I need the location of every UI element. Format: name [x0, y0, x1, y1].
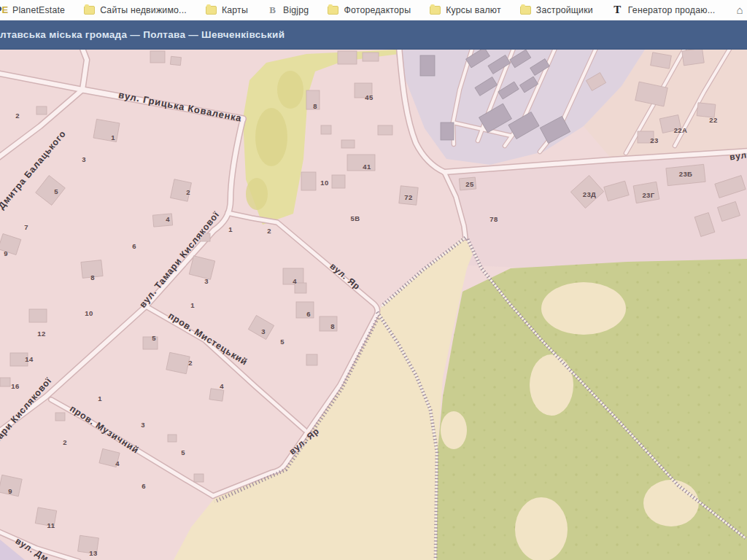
folder-icon [206, 6, 217, 15]
bookmark-item[interactable]: BBigjpg [267, 4, 309, 15]
map-canvas[interactable]: вул. Грицька КоваленкаДмитра Балацькогов… [0, 50, 747, 560]
bookmark-item[interactable]: Карты [206, 5, 248, 15]
clearing-patch [541, 282, 626, 335]
bookmark-label: Застройщики [536, 5, 593, 15]
folder-icon [520, 6, 531, 15]
home-icon: ⌂ [734, 4, 745, 15]
bookmark-label: Bigjpg [283, 5, 309, 15]
bookmark-label: Фоторедакторы [344, 5, 411, 15]
bookmark-label: Курсы валют [446, 5, 501, 15]
bookmark-item[interactable]: TГенератор продаю... [612, 4, 716, 15]
clearing-patch [441, 411, 467, 449]
bookmark-item[interactable]: Сайты недвижимо... [84, 5, 187, 15]
letter-t-icon: T [612, 4, 623, 15]
clearing-patch [515, 497, 568, 560]
letter-b-icon: B [267, 4, 278, 15]
folder-icon [84, 6, 95, 15]
page-header: лтавська міська громада — Полтава — Шевч… [0, 20, 747, 50]
clearing-patch [643, 480, 699, 526]
breadcrumb: лтавська міська громада — Полтава — Шевч… [0, 29, 285, 40]
scrub-patch [255, 108, 287, 166]
clearing-patch [530, 354, 573, 416]
pe-logo-icon: PE [0, 4, 7, 15]
map-svg [0, 50, 747, 560]
scrub-patch [246, 178, 268, 210]
bookmark-item[interactable]: PEPlanetEstate [0, 4, 65, 15]
bookmark-item[interactable]: Фоторедакторы [328, 5, 411, 15]
bookmark-label: PlanetEstate [12, 5, 65, 15]
bookmarks-bar: PEPlanetEstateСайты недвижимо...КартыBBi… [0, 0, 747, 20]
bookmark-label: Сайты недвижимо... [100, 5, 187, 15]
bookmark-item[interactable]: ⌂Сайт который пом... [734, 4, 747, 15]
bookmark-label: Генератор продаю... [628, 5, 716, 15]
bookmark-label: Карты [222, 5, 248, 15]
folder-icon [430, 6, 441, 15]
bookmark-item[interactable]: Курсы валют [430, 5, 501, 15]
bookmark-item[interactable]: Застройщики [520, 5, 593, 15]
scrub-patch [277, 71, 303, 109]
folder-icon [328, 6, 338, 15]
